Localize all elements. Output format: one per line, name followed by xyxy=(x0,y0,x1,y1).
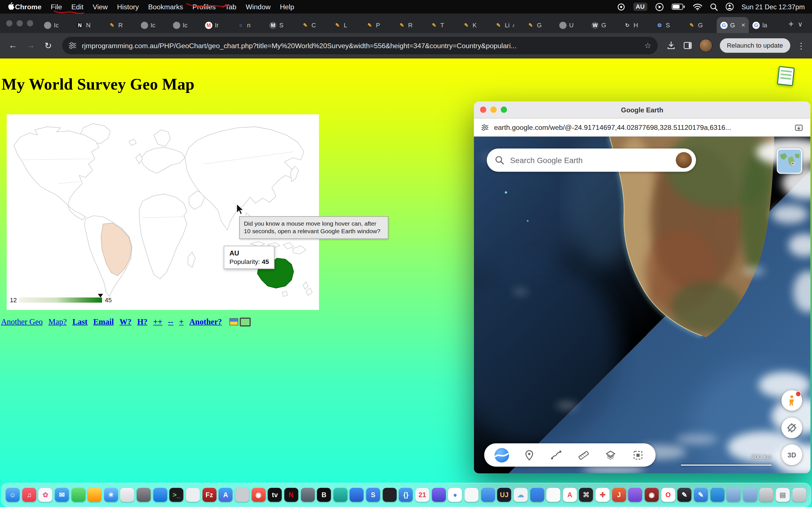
earth-search-bar[interactable] xyxy=(487,149,696,172)
dock-app-icon[interactable]: ☁ xyxy=(514,488,528,502)
dock-app-icon[interactable] xyxy=(530,488,544,502)
profile-avatar[interactable] xyxy=(699,39,712,52)
forward-button[interactable]: → xyxy=(23,38,38,53)
browser-tab[interactable]: ✎ L × xyxy=(330,17,362,33)
overview-minimap[interactable] xyxy=(777,149,802,174)
dock-app-icon[interactable]: ◉ xyxy=(252,488,266,502)
dock-app-icon[interactable]: ▤ xyxy=(776,488,790,502)
earth-profile-avatar[interactable] xyxy=(676,152,692,168)
download-tray-icon[interactable] xyxy=(664,38,678,53)
earth-map-view[interactable]: 3D 300 km xyxy=(474,136,811,473)
dock-app-icon[interactable]: Fz xyxy=(202,488,216,502)
menubar-item[interactable]: Chrome xyxy=(15,3,42,11)
dock-app-icon[interactable]: {} xyxy=(399,488,413,502)
keyboard-input-badge[interactable]: AU xyxy=(633,3,647,11)
page-link[interactable]: W? xyxy=(119,317,132,327)
open-in-app-icon[interactable] xyxy=(795,123,803,131)
page-link[interactable]: Another Geo xyxy=(1,317,43,327)
browser-tab[interactable]: ✎ G × xyxy=(523,17,556,33)
browser-tab[interactable]: Ic × xyxy=(40,17,72,33)
menubar-item[interactable]: File xyxy=(51,3,62,11)
site-settings-icon[interactable] xyxy=(481,123,489,131)
dock-app-icon[interactable]: ✎ xyxy=(677,488,692,502)
new-tab-button[interactable]: + xyxy=(784,17,798,31)
page-corner-thumbnail[interactable] xyxy=(777,66,795,86)
browser-tab[interactable]: ✎ Li ♪ × xyxy=(491,17,523,33)
dock-app-icon[interactable]: ♫ xyxy=(22,488,36,502)
dock-app-icon[interactable] xyxy=(710,488,724,502)
3d-button[interactable]: 3D xyxy=(781,445,802,465)
snapshot-icon[interactable] xyxy=(624,449,651,460)
menubar-item[interactable]: Tab xyxy=(225,3,236,11)
video-play-icon[interactable] xyxy=(655,2,664,11)
dock-app-icon[interactable]: A xyxy=(563,488,577,502)
pin-icon[interactable] xyxy=(515,449,543,460)
site-settings-icon[interactable] xyxy=(68,41,77,50)
address-bar[interactable]: rjmprogramming.com.au/PHP/GeoChart/geo_c… xyxy=(62,37,657,54)
dock-app-icon[interactable] xyxy=(481,488,495,502)
dock-app-icon[interactable] xyxy=(726,488,741,502)
location-off-button[interactable] xyxy=(781,417,802,438)
dock-app-icon[interactable] xyxy=(88,488,102,502)
dock-app-icon[interactable] xyxy=(546,488,560,502)
dock-app-icon[interactable]: N xyxy=(284,488,298,502)
page-link[interactable]: H? xyxy=(137,317,147,327)
dock-app-icon[interactable]: ☺ xyxy=(6,488,20,502)
dock-app-icon[interactable]: ✿ xyxy=(38,488,52,502)
browser-tab[interactable]: ↻ H × xyxy=(620,17,652,33)
browser-tab[interactable]: ✎ P × xyxy=(362,17,395,33)
browser-tab[interactable]: ⚙ S × xyxy=(652,17,684,33)
dock-app-icon[interactable] xyxy=(464,488,478,502)
dock-app-icon[interactable] xyxy=(628,488,643,502)
browser-tab[interactable]: ○ n × xyxy=(234,17,266,33)
minimize-window-button[interactable] xyxy=(17,20,23,26)
page-link[interactable]: Map? xyxy=(49,317,67,327)
dock-app-icon[interactable] xyxy=(301,488,315,502)
dock-app-icon[interactable]: O xyxy=(661,488,675,502)
browser-tab[interactable]: G G × xyxy=(717,17,749,33)
dock-app-icon[interactable] xyxy=(743,488,757,502)
earth-url-bar[interactable]: earth.google.com/web/@-24.91714697,44.02… xyxy=(474,119,811,136)
browser-tab[interactable]: ✎ T × xyxy=(427,17,459,33)
earth-logo-icon[interactable] xyxy=(488,447,515,463)
dock-app-icon[interactable]: ✉ xyxy=(55,488,69,502)
earth-titlebar[interactable]: Google Earth xyxy=(474,101,811,119)
dock-app-icon[interactable]: ● xyxy=(448,488,462,502)
pegman-button[interactable] xyxy=(781,390,802,411)
page-link[interactable]: Last xyxy=(72,317,88,327)
page-link[interactable]: ++ xyxy=(153,317,162,327)
dock-app-icon[interactable] xyxy=(334,488,348,502)
browser-tab[interactable]: N N × xyxy=(72,17,105,33)
reload-button[interactable]: ↻ xyxy=(40,38,56,53)
layers-icon[interactable] xyxy=(597,449,624,460)
dock-app-icon[interactable] xyxy=(186,488,200,502)
browser-tab[interactable]: ✎ C × xyxy=(298,17,330,33)
dock-app-icon[interactable]: J xyxy=(612,488,626,502)
tv-icon[interactable] xyxy=(240,318,251,326)
close-window-button[interactable] xyxy=(6,20,12,26)
browser-tab[interactable]: ✎ R × xyxy=(395,17,427,33)
spotlight-icon[interactable] xyxy=(710,3,718,11)
page-link[interactable]: Another? xyxy=(190,317,222,327)
earth-url-text[interactable]: earth.google.com/web/@-24.91714697,44.02… xyxy=(494,123,789,131)
browser-tab[interactable]: Ic × xyxy=(137,17,169,33)
menubar-item[interactable]: History xyxy=(117,3,139,11)
dock-app-icon[interactable]: ✚ xyxy=(596,488,610,502)
relaunch-button[interactable]: Relaunch to update xyxy=(719,38,790,53)
browser-tab[interactable]: ✎ G × xyxy=(684,17,717,33)
menubar-item[interactable]: Profiles xyxy=(193,3,216,11)
browser-tab[interactable]: ✎ R × xyxy=(105,17,137,33)
browser-tab[interactable]: W G × xyxy=(588,17,620,33)
dock-app-icon[interactable] xyxy=(432,488,446,502)
dock-app-icon[interactable]: >_ xyxy=(169,488,184,502)
url-text[interactable]: rjmprogramming.com.au/PHP/GeoChart/geo_c… xyxy=(82,42,640,50)
dock-app-icon[interactable]: tv xyxy=(268,488,282,502)
apple-menu[interactable] xyxy=(7,3,15,11)
dock-app-icon[interactable]: S xyxy=(366,488,380,502)
dock-app-icon[interactable]: 21 xyxy=(415,488,429,502)
browser-tab[interactable]: ✎ K × xyxy=(459,17,491,33)
dock-app-icon[interactable]: ☀ xyxy=(104,488,118,502)
browser-tab[interactable]: M S × xyxy=(266,17,298,33)
menubar-item[interactable]: Window xyxy=(246,3,270,11)
dock-app-icon[interactable] xyxy=(71,488,86,502)
